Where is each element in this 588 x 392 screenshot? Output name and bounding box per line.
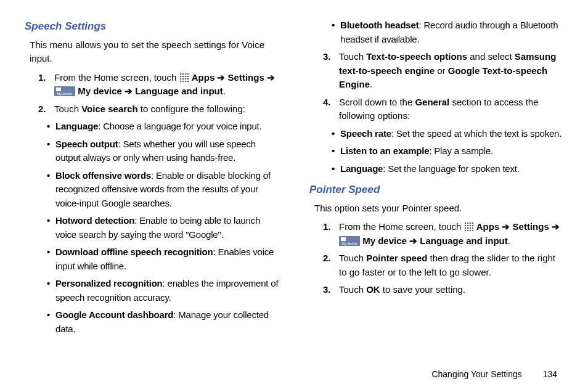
step-4: 4. Scroll down to the General section to… xyxy=(309,96,563,123)
bullet-body: Download offline speech recognition: Ena… xyxy=(55,245,279,273)
text: Touch xyxy=(54,104,81,114)
bullet-title: Language xyxy=(55,121,98,131)
bullet-speech-output: • Speech output: Sets whether you will u… xyxy=(25,137,279,165)
apps-grid-icon xyxy=(464,222,474,232)
bullet-title: Hotword detection xyxy=(55,215,134,226)
text: From the Home screen, touch xyxy=(54,72,179,83)
svg-point-13 xyxy=(182,80,184,82)
general-label: General xyxy=(415,97,449,107)
bullet-title: Block offensive words xyxy=(55,170,151,181)
step-number: 1. xyxy=(323,220,339,248)
text: Scroll down to the xyxy=(339,97,415,107)
svg-point-31 xyxy=(472,230,473,232)
svg-point-16 xyxy=(464,223,466,224)
svg-point-17 xyxy=(467,223,468,224)
svg-point-9 xyxy=(182,78,184,80)
bullet-personalized: • Personalized recognition: enables the … xyxy=(25,277,279,304)
svg-point-4 xyxy=(179,75,181,77)
step-number: 1. xyxy=(38,71,54,99)
bullet-language: • Language: Choose a language for your v… xyxy=(25,120,279,134)
svg-point-24 xyxy=(464,227,466,229)
bullet-title: Google Account dashboard xyxy=(55,309,173,320)
step-number: 2. xyxy=(38,102,54,116)
text: or xyxy=(435,65,448,76)
text: Touch xyxy=(339,253,366,263)
bullet-title: Download offline speech recognition xyxy=(55,247,213,257)
apps-label: Apps xyxy=(192,72,215,83)
arrow-icon: ➔ xyxy=(409,235,417,246)
svg-point-12 xyxy=(179,80,181,82)
arrow-icon: ➔ xyxy=(552,221,560,232)
bullet-title: Bluetooth headset xyxy=(340,20,419,30)
bullet-title: Language xyxy=(340,163,383,174)
period: . xyxy=(223,86,226,96)
svg-point-28 xyxy=(464,230,466,232)
speech-intro: This menu allows you to set the speech s… xyxy=(25,38,279,66)
arrow-icon: ➔ xyxy=(125,86,133,96)
step-1: 1. From the Home screen, touch Apps ➔ Se… xyxy=(25,71,279,99)
footer-section: Changing Your Settings xyxy=(431,369,521,379)
bullet-desc: : Choose a language for your voice input… xyxy=(98,121,261,131)
step-number: 3. xyxy=(323,283,339,297)
svg-point-23 xyxy=(472,225,473,227)
svg-point-11 xyxy=(187,78,189,80)
svg-point-22 xyxy=(469,225,471,227)
svg-point-3 xyxy=(187,73,189,75)
step-3: 3. Touch Text-to-speech options and sele… xyxy=(309,50,563,92)
svg-point-20 xyxy=(464,225,466,227)
tts-options-label: Text-to-speech options xyxy=(366,51,467,62)
bullet-google-dashboard: • Google Account dashboard: Manage your … xyxy=(25,308,279,336)
bullet-marker: • xyxy=(47,214,55,242)
bullet-marker: • xyxy=(47,245,55,273)
bullet-body: Bluetooth headset: Record audio through … xyxy=(340,18,563,46)
pointer-speed-heading: Pointer Speed xyxy=(309,182,563,198)
speech-settings-heading: Speech Settings xyxy=(25,18,279,35)
bullet-title: Personalized recognition xyxy=(55,278,163,288)
bullet-title: Listen to an example xyxy=(340,145,429,156)
page-footer: Changing Your Settings 134 xyxy=(431,368,557,381)
svg-point-8 xyxy=(179,78,181,80)
pointer-speed-intro: This option sets your Pointer speed. xyxy=(309,202,563,216)
bullet-marker: • xyxy=(332,127,340,141)
bullet-title: Speech rate xyxy=(340,128,391,139)
bullet-body: Listen to an example: Play a sample. xyxy=(340,144,563,158)
pointer-speed-label: Pointer speed xyxy=(366,253,427,263)
step-body: Scroll down to the General section to ac… xyxy=(339,96,563,123)
svg-point-15 xyxy=(187,80,189,82)
bullet-marker: • xyxy=(47,169,55,211)
left-column: Speech Settings This menu allows you to … xyxy=(25,18,279,364)
arrow-icon: ➔ xyxy=(502,221,510,232)
svg-point-14 xyxy=(184,80,186,82)
svg-point-7 xyxy=(187,75,189,77)
svg-point-26 xyxy=(469,227,471,229)
bullet-body: Personalized recognition: enables the im… xyxy=(55,277,279,304)
text: to save your setting. xyxy=(380,284,465,295)
svg-point-19 xyxy=(472,223,473,224)
text: From the Home screen, touch xyxy=(339,221,464,232)
settings-label: Settings xyxy=(513,221,549,232)
step-body: Touch Pointer speed then drag the slider… xyxy=(339,251,563,279)
bullet-marker: • xyxy=(47,277,55,304)
bullet-body: Block offensive words: Enable or disable… xyxy=(55,169,279,211)
bullet-body: Google Account dashboard: Manage your co… xyxy=(55,308,279,336)
step-body: Touch Text-to-speech options and select … xyxy=(339,50,563,92)
svg-point-30 xyxy=(469,230,471,232)
bullet-block-offensive: • Block offensive words: Enable or disab… xyxy=(25,169,279,211)
svg-point-6 xyxy=(184,75,186,77)
bullet-body: Hotword detection: Enable to being able … xyxy=(55,214,279,242)
ps-step-1: 1. From the Home screen, touch Apps ➔ Se… xyxy=(309,220,563,248)
svg-point-18 xyxy=(469,223,471,224)
svg-point-25 xyxy=(467,227,468,229)
step-body: From the Home screen, touch Apps ➔ Setti… xyxy=(339,220,563,248)
arrow-icon: ➔ xyxy=(267,72,275,83)
page-number: 134 xyxy=(543,369,557,379)
svg-point-5 xyxy=(182,75,184,77)
step-number: 3. xyxy=(323,50,339,92)
svg-point-0 xyxy=(179,73,181,75)
svg-point-2 xyxy=(184,73,186,75)
svg-point-10 xyxy=(184,78,186,80)
step-2: 2. Touch Voice search to configure the f… xyxy=(25,102,279,116)
apps-grid-icon xyxy=(179,73,189,83)
settings-label: Settings xyxy=(228,72,264,83)
bullet-desc: : Play a sample. xyxy=(429,145,493,156)
